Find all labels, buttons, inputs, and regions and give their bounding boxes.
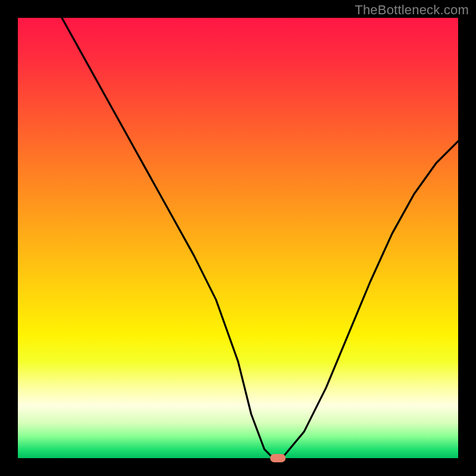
plot-area xyxy=(18,18,458,458)
optimal-marker xyxy=(270,454,286,462)
watermark-text: TheBottleneck.com xyxy=(355,2,469,18)
chart-frame: TheBottleneck.com xyxy=(0,0,476,476)
bottleneck-curve xyxy=(18,18,458,458)
curve-path xyxy=(62,18,458,458)
